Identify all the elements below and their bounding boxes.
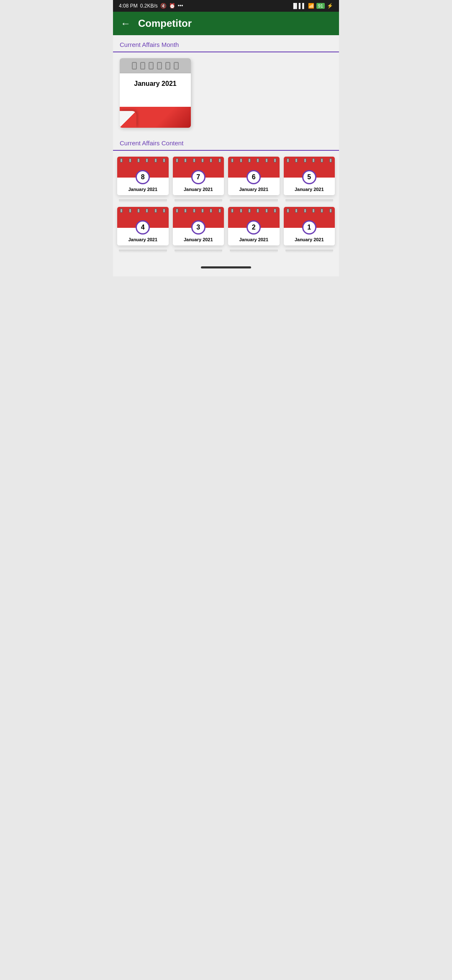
content-grid: 8 January 2021 7 January 2021 [113, 151, 339, 253]
card-shadow-1 [285, 250, 334, 253]
ring-s-5 [321, 209, 323, 213]
status-right: ▐▌▌▌ 📶 91 ⚡ [292, 3, 333, 9]
app-header: ← Competitor [113, 12, 339, 35]
content-card-5[interactable]: 5 January 2021 [284, 157, 335, 203]
card-top-4: 4 [117, 207, 169, 228]
content-card-8[interactable]: 8 January 2021 [117, 157, 169, 203]
content-card-3[interactable]: 3 January 2021 [173, 207, 224, 253]
card-top-3: 3 [173, 207, 224, 228]
ring-2 [140, 62, 145, 70]
card-shadow-5 [285, 199, 334, 203]
card-top-5: 5 [284, 157, 335, 178]
ring-s-1 [231, 209, 234, 213]
signal-icon: ▐▌▌▌ [292, 3, 306, 9]
status-bar: 4:08 PM 0.2KB/s 🔇 ⏰ ••• ▐▌▌▌ 📶 91 ⚡ [113, 0, 339, 12]
number-badge-4: 4 [136, 220, 150, 235]
alarm-icon: ⏰ [169, 3, 175, 9]
ring-s-2 [129, 209, 131, 213]
content-card-2[interactable]: 2 January 2021 [228, 207, 280, 253]
mute-icon: 🔇 [160, 3, 167, 9]
month-section: January 2021 [113, 52, 339, 134]
card-top-8: 8 [117, 157, 169, 178]
ring-s-5 [154, 158, 157, 162]
content-card-1[interactable]: 1 January 2021 [284, 207, 335, 253]
ring-s-1 [176, 209, 178, 213]
card-top-7: 7 [173, 157, 224, 178]
card-shadow-3 [175, 250, 223, 253]
data-speed: 0.2KB/s [140, 3, 158, 9]
ring-s-4 [312, 209, 315, 213]
dots-icon: ••• [178, 3, 183, 9]
card-shadow-8 [119, 199, 167, 203]
ring-s-2 [240, 158, 242, 162]
card-shadow-6 [230, 199, 278, 203]
ring-s-4 [146, 209, 148, 213]
content-card-4[interactable]: 4 January 2021 [117, 207, 169, 253]
ring-s-1 [176, 158, 178, 162]
ring-s-6 [163, 209, 165, 213]
ring-3 [149, 62, 154, 70]
ring-s-3 [248, 158, 251, 162]
ring-4 [157, 62, 162, 70]
nav-indicator [201, 266, 251, 268]
number-badge-5: 5 [302, 170, 316, 184]
page-title: Competitor [138, 18, 192, 29]
ring-s-6 [163, 158, 165, 162]
card-top-1: 1 [284, 207, 335, 228]
main-content: Current Affairs Month January 2021 Curre… [113, 35, 339, 261]
card-shadow-7 [175, 199, 223, 203]
ring-s-4 [201, 209, 204, 213]
ring-s-3 [193, 209, 195, 213]
ring-s-3 [193, 158, 195, 162]
number-badge-2: 2 [247, 220, 261, 235]
nav-bar [113, 261, 339, 276]
ring-s-5 [265, 209, 268, 213]
ring-s-5 [265, 158, 268, 162]
number-badge-3: 3 [191, 220, 205, 235]
card-shadow-2 [230, 250, 278, 253]
ring-s-1 [231, 158, 234, 162]
card-top-2: 2 [228, 207, 280, 228]
section-header-content: Current Affairs Content [113, 134, 339, 151]
ring-s-4 [146, 158, 148, 162]
ring-s-5 [210, 158, 212, 162]
content-card-6[interactable]: 6 January 2021 [228, 157, 280, 203]
charging-icon: ⚡ [327, 3, 333, 9]
ring-s-2 [295, 209, 298, 213]
month-card[interactable]: January 2021 [120, 58, 191, 128]
ring-s-3 [137, 209, 140, 213]
ring-1 [132, 62, 137, 70]
content-card-7[interactable]: 7 January 2021 [173, 157, 224, 203]
ring-s-2 [184, 158, 187, 162]
status-left: 4:08 PM 0.2KB/s 🔇 ⏰ ••• [119, 3, 183, 9]
ring-s-4 [201, 158, 204, 162]
number-badge-7: 7 [191, 170, 205, 184]
ring-s-4 [257, 209, 259, 213]
card-shadow-4 [119, 250, 167, 253]
card-top-6: 6 [228, 157, 280, 178]
number-badge-1: 1 [302, 220, 316, 235]
ring-s-3 [248, 209, 251, 213]
ring-s-2 [184, 209, 187, 213]
content-section: 8 January 2021 7 January 2021 [113, 151, 339, 261]
ring-s-1 [287, 209, 289, 213]
ring-s-6 [218, 209, 221, 213]
back-button[interactable]: ← [121, 18, 131, 29]
ring-6 [174, 62, 179, 70]
section-header-month: Current Affairs Month [113, 35, 339, 52]
ring-s-3 [304, 209, 306, 213]
month-card-footer [120, 107, 191, 128]
ring-s-1 [120, 209, 123, 213]
ring-s-6 [274, 158, 276, 162]
ring-s-6 [218, 158, 221, 162]
wifi-icon: 📶 [308, 3, 314, 9]
ring-s-5 [210, 209, 212, 213]
ring-s-6 [329, 158, 332, 162]
number-badge-8: 8 [136, 170, 150, 184]
ring-s-5 [321, 158, 323, 162]
ring-s-2 [129, 158, 131, 162]
ring-s-1 [287, 158, 289, 162]
ring-5 [165, 62, 170, 70]
ring-s-4 [312, 158, 315, 162]
battery-indicator: 91 [316, 3, 325, 9]
